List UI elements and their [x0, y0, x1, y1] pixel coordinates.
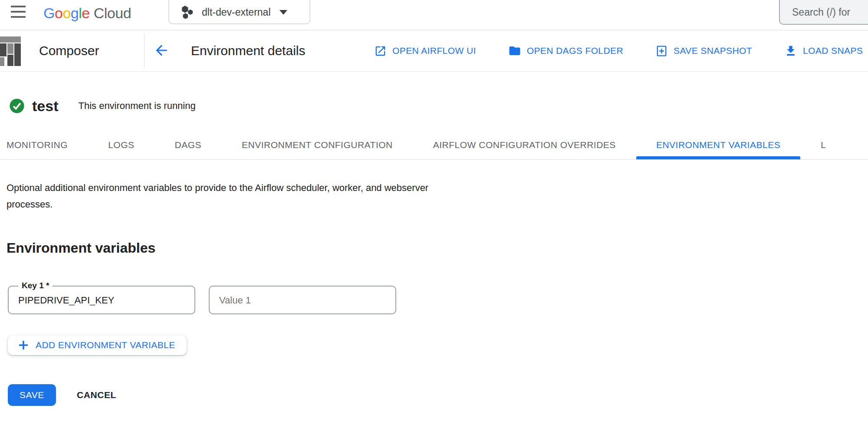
- search-box: [779, 0, 868, 25]
- environment-status-row: test This environment is running: [9, 96, 196, 115]
- project-name: dlt-dev-external: [202, 7, 271, 18]
- section-heading: Environment variables: [7, 240, 155, 256]
- search-input[interactable]: [791, 2, 868, 23]
- cloud-logo-text: Cloud: [94, 5, 131, 22]
- back-button[interactable]: [152, 42, 171, 59]
- chevron-down-icon: [279, 10, 287, 15]
- cancel-button[interactable]: CANCEL: [77, 390, 116, 400]
- tab-environment-variables[interactable]: ENVIRONMENT VARIABLES: [636, 130, 800, 159]
- google-cloud-topbar: Google Cloud dlt-dev-external: [0, 0, 868, 30]
- save-button[interactable]: SAVE: [8, 384, 56, 406]
- environment-status-message: This environment is running: [78, 100, 195, 112]
- download-icon: [784, 44, 797, 57]
- environment-tabs: MONITORING LOGS DAGS ENVIRONMENT CONFIGU…: [0, 130, 868, 160]
- tab-airflow-configuration-overrides[interactable]: AIRFLOW CONFIGURATION OVERRIDES: [413, 130, 636, 159]
- tab-logs[interactable]: LOGS: [88, 130, 154, 159]
- product-name: Composer: [39, 30, 99, 71]
- composer-environment-details-page: Google Cloud dlt-dev-external Composer: [0, 0, 868, 425]
- vertical-divider: [144, 34, 145, 68]
- composer-appbar: Composer Environment details OPEN AIRFLO…: [0, 30, 868, 72]
- page-title: Environment details: [191, 30, 305, 71]
- project-icon: [181, 5, 194, 20]
- save-snapshot-icon: [655, 45, 668, 57]
- value-input[interactable]: [218, 289, 388, 312]
- tab-environment-configuration[interactable]: ENVIRONMENT CONFIGURATION: [222, 130, 413, 159]
- tab-dags[interactable]: DAGS: [155, 130, 221, 159]
- plus-icon: [17, 339, 30, 351]
- appbar-actions: OPEN AIRFLOW UI OPEN DAGS FOLDER SAVE SN…: [374, 30, 863, 71]
- google-cloud-logo: Google Cloud: [43, 0, 131, 26]
- load-snapshot-button[interactable]: LOAD SNAPS: [784, 44, 863, 57]
- check-circle-icon: [9, 98, 25, 114]
- google-logo-text: Google: [43, 5, 90, 22]
- menu-icon[interactable]: [11, 6, 26, 18]
- environment-name: test: [32, 98, 58, 115]
- project-selector[interactable]: dlt-dev-external: [168, 0, 310, 24]
- open-dags-folder-button[interactable]: OPEN DAGS FOLDER: [508, 44, 623, 57]
- key-input[interactable]: [17, 289, 187, 312]
- save-snapshot-button[interactable]: SAVE SNAPSHOT: [655, 45, 752, 57]
- open-airflow-ui-button[interactable]: OPEN AIRFLOW UI: [374, 45, 476, 57]
- folder-icon: [508, 44, 521, 57]
- external-link-icon: [374, 45, 387, 57]
- composer-logo-icon: [0, 36, 23, 67]
- add-environment-variable-button[interactable]: ADD ENVIRONMENT VARIABLE: [8, 335, 187, 355]
- arrow-back-icon: [153, 42, 170, 59]
- tab-labels-clipped[interactable]: L: [801, 130, 846, 159]
- panel-description: Optional additional environment variable…: [7, 180, 443, 213]
- form-actions: SAVE CANCEL: [8, 384, 116, 406]
- variable-row: Key 1 *: [8, 286, 396, 314]
- key-field: Key 1 *: [8, 286, 195, 314]
- value-field: [209, 286, 396, 314]
- tab-monitoring[interactable]: MONITORING: [0, 130, 88, 159]
